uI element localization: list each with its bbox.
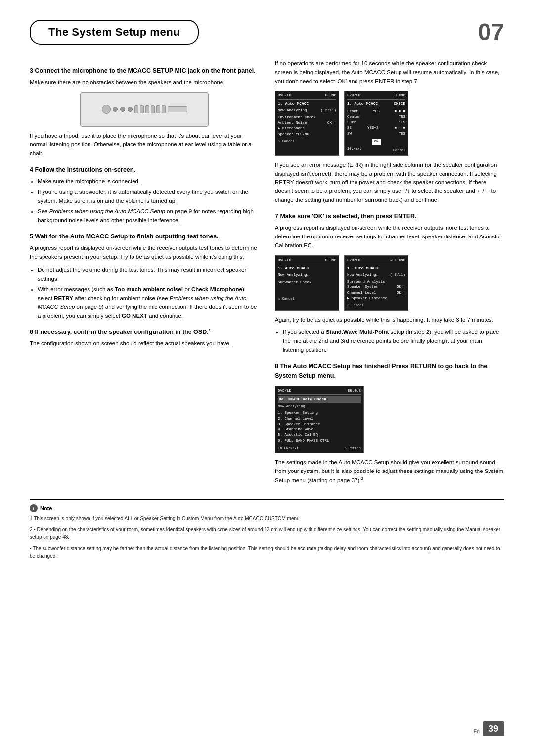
- screen-header: DVD/LD 0.0dB: [278, 93, 336, 99]
- step5-bullet2: With error messages (such as Too much am…: [38, 285, 259, 321]
- step3: 3 Connect the microphone to the MCACC SE…: [30, 66, 259, 158]
- right-column: If no operations are performed for 10 se…: [275, 59, 504, 489]
- step6-heading: 6 If necessary, confirm the speaker conf…: [30, 328, 259, 337]
- right-bullet-standwave: If you selected a Stand.Wave Multi-Point…: [283, 328, 504, 354]
- slot-icon: [140, 105, 144, 113]
- screen-title-row: 1. Auto MCACC CHECK: [347, 101, 405, 108]
- screens-row-2: DVD/LD 0.0dB 1. Auto MCACC Now Analyzing…: [275, 255, 504, 311]
- step5-bullet1: Do not adjust the volume during the test…: [38, 266, 259, 284]
- screen-check-rows: FrontYES■ ■ ■ CenterYES SurrYES SBYES+2■…: [347, 109, 405, 137]
- right-para2: If you see an error message (ERR) in the…: [275, 161, 504, 205]
- screen-title: 1. Auto MCACC: [278, 101, 336, 107]
- button-icon: [120, 107, 125, 112]
- connector-icon: [168, 106, 187, 112]
- screen-surround: DVD/LD -51.0dB 1. Auto MCACC Now Analyzi…: [344, 255, 408, 311]
- chapter-number: 07: [478, 20, 504, 44]
- step4: 4 Follow the instructions on-screen. Mak…: [30, 165, 259, 225]
- screens-row-1: DVD/LD 0.0dB 1. Auto MCACC Now Analyzing…: [275, 91, 504, 155]
- slot-icon: [145, 105, 149, 113]
- screen-nav: 10:Next Cancel: [347, 146, 405, 153]
- step3-heading: 3 Connect the microphone to the MCACC SE…: [30, 66, 259, 76]
- step5: 5 Wait for the Auto MCACC Setup to finis…: [30, 232, 259, 321]
- page-number: 39: [483, 721, 504, 736]
- step6-body1: The configuration shown on-screen should…: [30, 339, 259, 348]
- step4-list: Make sure the microphone is connected. I…: [38, 177, 259, 225]
- right-para1: If no operations are performed for 10 se…: [275, 59, 504, 86]
- step7-body1: A progress report is displayed on-screen…: [275, 224, 504, 250]
- screen-header: DVD/LD 0.0dB: [347, 93, 405, 99]
- screen-subwoofer: DVD/LD 0.0dB 1. Auto MCACC Now Analyzing…: [275, 255, 339, 311]
- screen-header: DVD/LD -51.0dB: [347, 258, 405, 264]
- step3-body2: If you have a tripod, use it to place th…: [30, 132, 259, 158]
- page-lang: En: [474, 729, 480, 734]
- screen-rows: Environment Check Ambient NoiseOK | ▶ Mi…: [278, 115, 336, 137]
- right-list: If you selected a Stand.Wave Multi-Point…: [283, 328, 504, 354]
- mic-port-icon: [102, 105, 111, 114]
- slot-icon: [134, 105, 138, 113]
- step5-heading: 5 Wait for the Auto MCACC Setup to finis…: [30, 232, 259, 241]
- left-column: 3 Connect the microphone to the MCACC SE…: [30, 59, 259, 489]
- step5-body1: A progress report is displayed on-screen…: [30, 244, 259, 262]
- screen-analyzing-row: Now Analyzing… ( 2/11): [278, 108, 336, 113]
- button-icon: [128, 107, 133, 112]
- screen-ok-row: OK: [347, 139, 405, 145]
- note-header: i Note: [30, 504, 504, 512]
- screen-header: DVD/LD -55.0dB: [278, 388, 361, 395]
- right-para4: The settings made in the Auto MCACC Setu…: [275, 458, 504, 485]
- step7-heading: 7 Make sure 'OK' is selected, then press…: [275, 212, 504, 221]
- step6: 6 If necessary, confirm the speaker conf…: [30, 328, 259, 348]
- step5-list: Do not adjust the volume during the test…: [38, 266, 259, 321]
- screen-mcacc-data: DVD/LD -55.0dB 8a. MCACC Data Check Now …: [275, 386, 364, 454]
- footnote1: 1 This screen is only shown if you selec…: [30, 515, 504, 522]
- screen-header: DVD/LD 0.0dB: [278, 258, 336, 264]
- device-image: [80, 92, 209, 127]
- step4-bullet2: If you're using a subwoofer, it is autom…: [38, 188, 259, 206]
- slot-icon: [162, 105, 166, 113]
- note-section: i Note 1 This screen is only shown if yo…: [30, 499, 504, 560]
- step4-bullet1: Make sure the microphone is connected.: [38, 177, 259, 186]
- note-icon: i: [30, 504, 38, 512]
- screen-analyzing: DVD/LD 0.0dB 1. Auto MCACC Now Analyzing…: [275, 91, 339, 155]
- step4-bullet3: See Problems when using the Auto MCACC S…: [38, 207, 259, 225]
- button-icon: [113, 107, 118, 112]
- slot-icon: [151, 105, 155, 113]
- screen-check: DVD/LD 0.0dB 1. Auto MCACC CHECK FrontYE…: [344, 91, 408, 155]
- step8-heading: 8 The Auto MCACC Setup has finished! Pre…: [275, 362, 504, 381]
- header: The System Setup menu 07: [30, 20, 504, 45]
- right-para3: Again, try to be as quiet as possible wh…: [275, 316, 504, 325]
- chapter-title: The System Setup menu: [30, 20, 199, 45]
- step4-heading: 4 Follow the instructions on-screen.: [30, 165, 259, 175]
- screen-cancel: ⌂ Cancel: [278, 139, 336, 144]
- footnote2: 2 • Depending on the characteristics of …: [30, 526, 504, 541]
- page: The System Setup menu 07 3 Connect the m…: [0, 0, 534, 756]
- footnote3: • The subwoofer distance setting may be …: [30, 545, 504, 560]
- step3-body1: Make sure there are no obstacles between…: [30, 78, 259, 87]
- slot-icon: [156, 105, 160, 113]
- screens-row-3: DVD/LD -55.0dB 8a. MCACC Data Check Now …: [275, 386, 504, 454]
- content-columns: 3 Connect the microphone to the MCACC SE…: [30, 59, 504, 489]
